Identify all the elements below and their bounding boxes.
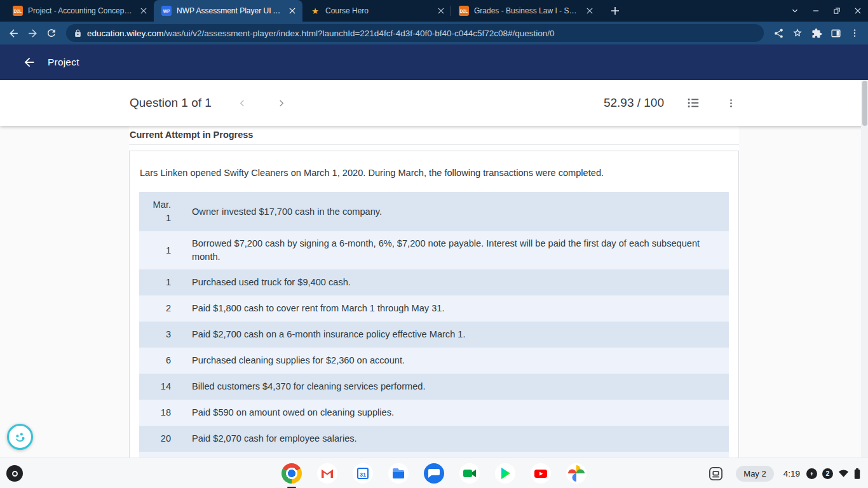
tab-close-icon[interactable]: [436, 6, 446, 16]
table-row: 20 Paid $2,070 cash for employee salarie…: [139, 426, 729, 452]
address-bar[interactable]: education.wiley.com/was/ui/v2/assessment…: [66, 24, 764, 42]
transaction-desc: Purchased cleaning supplies for $2,360 o…: [171, 348, 729, 373]
calendar-icon[interactable]: 31: [353, 463, 373, 484]
course-hero-bubble[interactable]: [7, 424, 33, 450]
tab-course-hero[interactable]: ★ Course Hero: [302, 0, 451, 22]
transaction-day: 2: [166, 302, 171, 315]
chevron-left-icon: [237, 98, 248, 109]
transaction-date: 1: [139, 269, 171, 295]
transaction-desc: Collected $1,890 cash from customers bil…: [171, 452, 729, 458]
transaction-day: 3: [166, 328, 171, 341]
transaction-day: 20: [161, 432, 171, 445]
date-badge[interactable]: May 2: [736, 466, 773, 482]
browser-menu-button[interactable]: [845, 24, 864, 43]
page-scrollbar[interactable]: [861, 80, 868, 458]
gmail-icon[interactable]: [317, 463, 337, 484]
question-list-icon: [686, 96, 700, 110]
minimize-button[interactable]: [805, 0, 826, 22]
transaction-date: 2: [139, 295, 171, 322]
transaction-date: 1: [139, 238, 171, 264]
close-icon: [853, 6, 862, 15]
launcher-button[interactable]: [6, 465, 23, 482]
chrome-icon[interactable]: [281, 463, 302, 484]
d2l-favicon-icon: D2L: [13, 6, 23, 16]
transaction-date: 14: [139, 374, 171, 400]
transaction-desc: Paid $2,700 cash on a 6-month insurance …: [171, 322, 729, 347]
meet-icon[interactable]: [459, 463, 480, 484]
transaction-day: 14: [161, 380, 171, 393]
chevron-down-icon: [790, 6, 799, 15]
transaction-desc: Borrowed $7,200 cash by signing a 6-mont…: [171, 231, 729, 269]
question-bar: Question 1 of 1 52.93 / 100: [0, 80, 868, 126]
next-question-button[interactable]: [274, 95, 289, 111]
question-options-button[interactable]: [722, 95, 739, 111]
tab-close-icon[interactable]: [585, 6, 595, 16]
extensions-button[interactable]: [807, 24, 826, 43]
close-window-button[interactable]: [847, 0, 868, 22]
transaction-date: 20: [139, 426, 171, 452]
photos-icon[interactable]: [566, 463, 587, 484]
question-list-button[interactable]: [685, 95, 702, 111]
transaction-date: Mar.1: [139, 192, 171, 231]
tab-d2l-grades[interactable]: D2L Grades - Business Law I - Section: [451, 0, 600, 22]
screen-share-icon: [708, 466, 724, 482]
screen-share-button[interactable]: [706, 464, 725, 483]
url-path: /was/ui/v2/assessment-player/index.html?…: [164, 29, 555, 38]
page-title: Project: [48, 57, 79, 68]
table-row: 2 Paid $1,800 cash to cover rent from Ma…: [139, 295, 729, 322]
lock-icon: [74, 29, 82, 37]
play-store-icon[interactable]: [495, 463, 515, 484]
tab-nwp-assessment-player[interactable]: WP NWP Assessment Player UI App: [154, 0, 302, 22]
table-row: 6 Purchased cleaning supplies for $2,360…: [139, 348, 729, 374]
system-tray-button[interactable]: 4:19 2: [781, 468, 863, 479]
new-tab-button[interactable]: [606, 2, 624, 20]
transaction-desc: Paid $2,070 cash for employee salaries.: [171, 426, 729, 451]
transaction-desc: Owner invested $17,700 cash in the compa…: [171, 200, 729, 224]
notification-count-badge: 2: [822, 468, 833, 479]
side-panel-icon: [831, 28, 841, 39]
kebab-menu-icon: [726, 98, 736, 109]
wifi-icon: [838, 469, 849, 478]
transaction-date: 21: [139, 452, 171, 458]
maximize-button[interactable]: [826, 0, 847, 22]
header-back-button[interactable]: [22, 55, 37, 70]
tab-d2l-project[interactable]: D2L Project - Accounting Concepts -: [5, 0, 154, 22]
transaction-desc: Billed customers $4,370 for cleaning ser…: [171, 374, 729, 399]
tab-close-icon[interactable]: [139, 6, 149, 16]
back-button[interactable]: [4, 24, 23, 43]
scrollbar-thumb[interactable]: [862, 81, 867, 126]
assessment-content-area: Current Attempt in Progress Lars Linken …: [0, 126, 868, 458]
side-panel-button[interactable]: [826, 24, 845, 43]
table-row: 1 Borrowed $7,200 cash by signing a 6-mo…: [139, 231, 729, 269]
transaction-date: 18: [139, 400, 171, 426]
url-text: education.wiley.com/was/ui/v2/assessment…: [87, 29, 555, 38]
forward-arrow-icon: [27, 27, 39, 39]
transaction-date: 3: [139, 322, 171, 348]
d2l-favicon-icon: D2L: [459, 6, 469, 16]
tab-title: Grades - Business Law I - Section: [474, 6, 580, 15]
transactions-table: Mar.1 Owner invested $17,700 cash in the…: [139, 192, 729, 458]
tab-close-icon[interactable]: [287, 6, 297, 16]
messages-icon[interactable]: [424, 463, 444, 484]
assessment-header: Project: [0, 44, 868, 80]
transaction-desc: Paid $1,800 cash to cover rent from Marc…: [171, 296, 729, 321]
share-button[interactable]: [769, 24, 788, 43]
wiley-favicon-icon: WP: [161, 6, 172, 16]
youtube-icon[interactable]: [531, 463, 551, 484]
bookmark-button[interactable]: [788, 24, 807, 43]
launcher-icon: [12, 471, 18, 477]
chevron-right-icon: [276, 98, 287, 109]
table-row: 18 Paid $590 on amount owed on cleaning …: [139, 400, 729, 426]
tab-search-button[interactable]: [784, 0, 805, 22]
question-intro: Lars Linken opened Swifty Cleaners on Ma…: [140, 166, 728, 180]
bubble-face-icon: [13, 431, 27, 444]
reload-button[interactable]: [42, 24, 61, 43]
files-icon[interactable]: [388, 463, 409, 484]
forward-button[interactable]: [23, 24, 42, 43]
previous-question-button[interactable]: [235, 95, 250, 111]
restore-icon: [832, 6, 841, 15]
transaction-month: Mar.: [153, 198, 171, 212]
transaction-day: 6: [166, 354, 171, 367]
transaction-day: 1: [166, 212, 171, 225]
question-card: Lars Linken opened Swifty Cleaners on Ma…: [129, 151, 739, 458]
